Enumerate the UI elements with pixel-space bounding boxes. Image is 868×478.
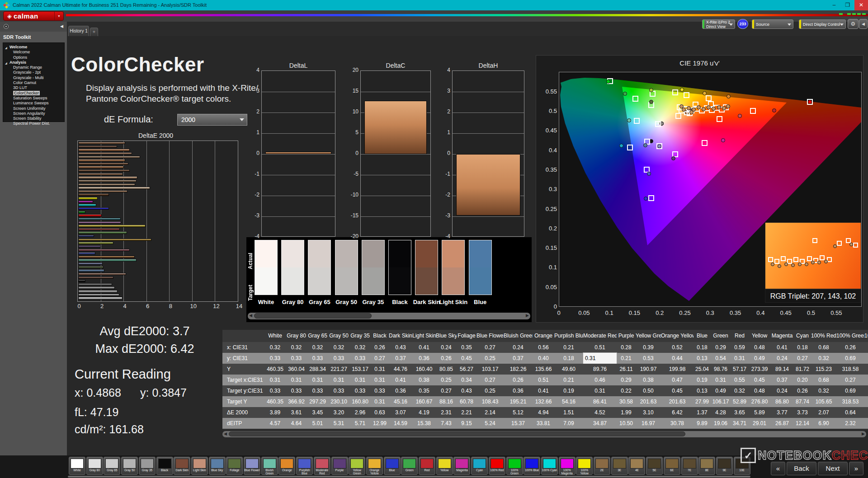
- table-cell[interactable]: 86.80: [770, 396, 794, 407]
- meter-indicator-icon[interactable]: [4, 24, 9, 29]
- table-cell[interactable]: 4.57: [264, 418, 286, 429]
- table-cell[interactable]: 0.24: [770, 353, 794, 364]
- table-cell[interactable]: 0.1: [864, 375, 868, 385]
- table-cell[interactable]: 0.27: [794, 353, 811, 364]
- table-cell[interactable]: 7.09: [554, 418, 583, 429]
- table-cell[interactable]: 0.18: [554, 353, 583, 364]
- pattern-button-100-blue[interactable]: 100% Blue: [524, 457, 540, 475]
- pattern-button-6e[interactable]: 6E: [664, 457, 680, 475]
- sidebar-item-spectral-power-dist-[interactable]: Spectral Power Dist.: [3, 121, 64, 126]
- table-cell[interactable]: 0.40: [533, 353, 554, 364]
- table-cell[interactable]: 6.90: [811, 418, 836, 429]
- pattern-button-light-skin[interactable]: Light Skin: [191, 457, 208, 475]
- table-cell[interactable]: 0.33: [286, 353, 307, 364]
- table-cell[interactable]: 0.0: [864, 353, 868, 364]
- pattern-button-2e[interactable]: 2E: [594, 457, 610, 475]
- source-dropdown[interactable]: Source: [752, 19, 793, 29]
- table-cell[interactable]: 54.16: [554, 396, 583, 407]
- table-cell[interactable]: 0.48: [749, 385, 770, 396]
- table-cell[interactable]: 3.20: [328, 407, 349, 418]
- table-cell[interactable]: 366.92: [286, 396, 307, 407]
- table-cell[interactable]: 0.49: [711, 385, 731, 396]
- pattern-button-blue[interactable]: Blue: [384, 457, 401, 475]
- maximize-button[interactable]: ❐: [841, 0, 854, 10]
- table-cell[interactable]: 2.14: [476, 407, 504, 418]
- sidebar-item-welcome[interactable]: ◢Welcome: [3, 45, 64, 50]
- table-cell[interactable]: 0.27: [436, 385, 457, 396]
- table-cell[interactable]: 0.31: [349, 375, 371, 385]
- table-cell[interactable]: 0.21: [617, 353, 636, 364]
- table-cell[interactable]: 0.45: [749, 375, 770, 385]
- pattern-button-blue-flower[interactable]: Blue Flower: [244, 457, 260, 475]
- table-cell[interactable]: 132.66: [533, 396, 554, 407]
- table-cell[interactable]: 297.29: [307, 396, 328, 407]
- table-cell[interactable]: 0.1: [864, 342, 868, 353]
- table-cell[interactable]: 0.68: [811, 342, 836, 353]
- pattern-button-purple[interactable]: Purple: [331, 457, 348, 475]
- table-cell[interactable]: 0.31: [371, 364, 389, 375]
- table-cell[interactable]: 201.63: [661, 396, 693, 407]
- table-cell[interactable]: 0.31: [286, 375, 307, 385]
- table-cell[interactable]: 195.21: [504, 396, 533, 407]
- table-cell[interactable]: 0.41: [412, 342, 436, 353]
- table-cell[interactable]: 160.80: [349, 396, 371, 407]
- pattern-button-bluish-green[interactable]: Bluish Green: [261, 457, 278, 475]
- table-cell[interactable]: 12.14: [794, 418, 811, 429]
- table-cell[interactable]: 135.66: [533, 364, 554, 375]
- table-cell[interactable]: 10.50: [617, 418, 636, 429]
- table-cell[interactable]: 0.26: [794, 385, 811, 396]
- table-cell[interactable]: 0.18: [794, 342, 811, 353]
- table-cell[interactable]: 3.07: [389, 407, 412, 418]
- table-cell[interactable]: 0.25: [476, 385, 504, 396]
- pattern-button-magenta[interactable]: Magenta: [453, 457, 470, 475]
- table-cell[interactable]: 0.68: [811, 375, 836, 385]
- table-cell[interactable]: 103.17: [476, 364, 504, 375]
- pattern-button-orange-yellow[interactable]: Orange Yellow: [366, 457, 383, 475]
- table-cell[interactable]: 460.35: [264, 396, 286, 407]
- table-cell[interactable]: 89.76: [583, 364, 617, 375]
- table-cell[interactable]: 0.27: [476, 375, 504, 385]
- de-formula-dropdown[interactable]: 2000: [177, 114, 247, 126]
- table-cell[interactable]: 5.89: [749, 407, 770, 418]
- table-cell[interactable]: 0.48: [749, 342, 770, 353]
- table-cell[interactable]: 360.04: [286, 364, 307, 375]
- table-cell[interactable]: 0.41: [389, 375, 412, 385]
- table-cell[interactable]: 288.34: [307, 364, 328, 375]
- sidebar-item-grayscale-multi[interactable]: Grayscale - Multi: [3, 75, 64, 80]
- table-cell[interactable]: 0.33: [307, 385, 328, 396]
- pattern-button-red[interactable]: Red: [419, 457, 435, 475]
- table-cell[interactable]: 0.54: [711, 353, 731, 364]
- scrollbar-thumb[interactable]: [254, 313, 372, 319]
- table-cell[interactable]: 0.36: [504, 385, 533, 396]
- calman-menu-button[interactable]: ◈ calman ▼: [3, 11, 64, 21]
- pattern-button-purplish-blue[interactable]: Purplish Blue: [296, 457, 313, 475]
- table-cell[interactable]: 0.50: [636, 385, 661, 396]
- pattern-button-gray-50[interactable]: Gray 50: [121, 457, 138, 475]
- table-cell[interactable]: 0.24: [436, 342, 457, 353]
- table-cell[interactable]: 0.39: [636, 342, 661, 353]
- table-cell[interactable]: 0.41: [770, 342, 794, 353]
- table-cell[interactable]: 0.31: [371, 396, 389, 407]
- table-cell[interactable]: 36.: [864, 396, 868, 407]
- table-cell[interactable]: 0.49: [749, 353, 770, 364]
- table-cell[interactable]: 0.45: [661, 385, 693, 396]
- pattern-button-3e[interactable]: 3E: [611, 457, 628, 475]
- table-cell[interactable]: 0.33: [328, 353, 349, 364]
- pattern-button-black[interactable]: Black: [156, 457, 173, 475]
- table-cell[interactable]: 0.43: [389, 342, 412, 353]
- table-cell[interactable]: 0.32: [264, 342, 286, 353]
- table-cell[interactable]: 45.16: [389, 396, 412, 407]
- table-cell[interactable]: 49.60: [554, 364, 583, 375]
- table-cell[interactable]: 0.21: [554, 342, 583, 353]
- table-cell[interactable]: 0.27: [476, 342, 504, 353]
- table-cell[interactable]: 273.39: [749, 364, 770, 375]
- table-cell[interactable]: 115.23: [811, 364, 836, 375]
- table-cell[interactable]: 0.37: [504, 353, 533, 364]
- table-cell[interactable]: 0.33: [286, 385, 307, 396]
- table-cell[interactable]: 318.58: [836, 364, 864, 375]
- table-cell[interactable]: 0.36: [389, 385, 412, 396]
- scrollbar-thumb[interactable]: [229, 431, 685, 436]
- pattern-button-cyan[interactable]: Cyan: [471, 457, 488, 475]
- table-cell[interactable]: 0.19: [554, 385, 583, 396]
- table-cell[interactable]: 0.26: [504, 375, 533, 385]
